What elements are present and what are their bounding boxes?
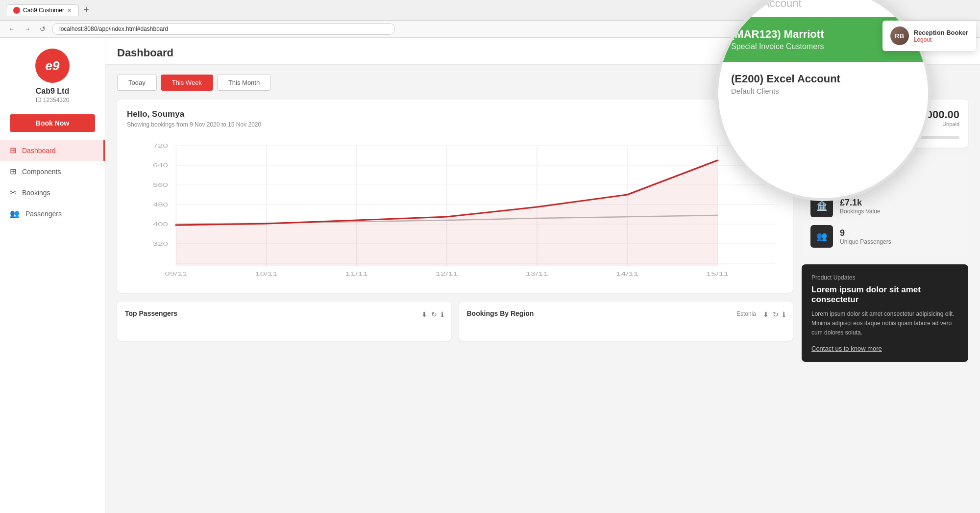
unique-passengers-icon: 👥 [810, 225, 833, 248]
account-option-1-name: Default Clients [731, 87, 915, 95]
svg-text:480: 480 [153, 202, 168, 207]
company-name: Cab9 Ltd [36, 87, 69, 96]
svg-text:720: 720 [153, 143, 168, 149]
company-id: ID 12354320 [36, 97, 70, 103]
svg-text:13/11: 13/11 [526, 271, 548, 277]
sidebar-item-passengers[interactable]: 👥 Passengers [0, 203, 105, 224]
top-passengers-info[interactable]: ℹ [441, 310, 443, 318]
sidebar-item-components[interactable]: ⊞ Components [0, 161, 105, 182]
stat-unique-passengers: 👥 9 Unique Passengers [810, 225, 959, 248]
product-updates-body: Lorem ipsum dolor sit amet consectetur a… [811, 309, 958, 338]
unique-passengers-label: Unique Passengers [840, 238, 891, 245]
svg-text:11/11: 11/11 [345, 271, 368, 277]
bookings-value-amount: £7.1k [840, 198, 881, 208]
svg-text:10/11: 10/11 [255, 271, 278, 277]
passengers-icon: 👥 [10, 209, 20, 218]
sidebar-item-label-bookings: Bookings [22, 189, 50, 197]
bookings-region-download[interactable]: ⬇ [763, 310, 769, 318]
top-passengers-card: Top Passengers ⬇ ↻ ℹ [117, 302, 451, 341]
new-tab-button[interactable]: + [81, 4, 92, 16]
forward-button[interactable]: → [22, 24, 33, 34]
sidebar-item-label-components: Components [22, 168, 61, 176]
logout-link[interactable]: Logout [914, 36, 968, 43]
tab-title: Cab9 Customer [23, 7, 64, 14]
filter-this-week[interactable]: This Week [161, 75, 213, 91]
svg-text:09/11: 09/11 [165, 271, 187, 277]
user-dropdown[interactable]: RB Reception Booker Logout [882, 21, 976, 51]
sidebar-item-dashboard[interactable]: ⊞ Dashboard [0, 140, 105, 161]
components-icon: ⊞ [10, 167, 16, 176]
svg-text:320: 320 [153, 241, 168, 247]
bookings-region-actions: Estonia ⬇ ↻ ℹ [736, 310, 785, 318]
bookings-region-refresh[interactable]: ↻ [773, 310, 779, 318]
bookings-value-label: Bookings Value [840, 208, 881, 215]
tab-close[interactable]: ✕ [67, 7, 72, 14]
sidebar-item-label-dashboard: Dashboard [22, 147, 56, 154]
filter-this-month[interactable]: This Month [217, 75, 271, 91]
svg-text:15/11: 15/11 [706, 271, 729, 277]
user-info: Reception Booker Logout [914, 29, 968, 43]
svg-text:12/11: 12/11 [436, 271, 458, 277]
estonia-label: Estonia [736, 310, 756, 318]
sidebar-item-label-passengers: Passengers [25, 210, 62, 218]
bookings-region-header: Bookings By Region Estonia ⬇ ↻ ℹ [467, 309, 785, 319]
account-option-1-code: (E200) Excel Account [731, 73, 915, 85]
bookings-icon: ✂ [10, 188, 16, 197]
product-updates-title: Lorem ipsum dolor sit amet consectetur [811, 285, 958, 305]
book-now-button[interactable]: Book Now [10, 114, 95, 132]
product-updates-link[interactable]: Contact us to know more [811, 345, 958, 352]
svg-text:400: 400 [153, 221, 168, 227]
bookings-by-region-card: Bookings By Region Estonia ⬇ ↻ ℹ [459, 302, 793, 341]
product-updates-tag: Product Updates [811, 274, 958, 281]
top-passengers-refresh[interactable]: ↻ [431, 310, 437, 318]
chart-card: Hello, Soumya Showing bookings from 9 No… [117, 100, 793, 293]
bookings-chart: 720 640 560 480 400 320 09/11 10/11 11/1… [127, 136, 783, 283]
back-button[interactable]: ← [6, 24, 18, 34]
bookings-region-title: Bookings By Region [467, 309, 534, 317]
top-passengers-actions: ⬇ ↻ ℹ [421, 310, 443, 318]
top-passengers-title: Top Passengers [125, 309, 177, 317]
top-passengers-header: Top Passengers ⬇ ↻ ℹ [125, 309, 443, 319]
filter-today[interactable]: Today [117, 75, 157, 91]
logo-circle: e9 [35, 49, 70, 83]
bottom-row: Top Passengers ⬇ ↻ ℹ Bookings By Region [117, 302, 793, 341]
sidebar-nav: ⊞ Dashboard ⊞ Components ✂ Bookings 👥 Pa… [0, 140, 105, 513]
sidebar: e9 Cab9 Ltd ID 12354320 Book Now ⊞ Dashb… [0, 38, 105, 513]
chart-wrapper: 720 640 560 480 400 320 09/11 10/11 11/1… [127, 136, 783, 283]
user-name: Reception Booker [914, 29, 968, 36]
bookings-region-info[interactable]: ℹ [783, 310, 785, 318]
product-updates-card: Product Updates Lorem ipsum dolor sit am… [802, 264, 968, 362]
user-avatar: RB [890, 26, 909, 45]
sidebar-logo-area: e9 Cab9 Ltd ID 12354320 [0, 38, 105, 109]
top-passengers-download[interactable]: ⬇ [421, 310, 427, 318]
sidebar-item-bookings[interactable]: ✂ Bookings [0, 182, 105, 203]
svg-text:14/11: 14/11 [616, 271, 638, 277]
active-tab[interactable]: Cab9 Customer ✕ [6, 4, 79, 16]
unique-passengers-value: 9 [840, 228, 891, 238]
reload-button[interactable]: ↺ [37, 24, 48, 34]
chart-subtext: Showing bookings from 9 Nov 2020 to 15 N… [127, 121, 783, 128]
svg-text:640: 640 [153, 162, 168, 168]
logo-text: e9 [46, 58, 60, 74]
tab-favicon [13, 7, 20, 14]
account-option-unselected[interactable]: (E200) Excel Account Default Clients [718, 62, 928, 106]
address-bar[interactable]: localhost:8080/app/index.html#dashboard [52, 23, 395, 35]
chart-section: Hello, Soumya Showing bookings from 9 No… [117, 100, 793, 362]
chart-greeting: Hello, Soumya [127, 109, 783, 119]
dashboard-icon: ⊞ [10, 146, 16, 155]
svg-text:560: 560 [153, 182, 168, 188]
